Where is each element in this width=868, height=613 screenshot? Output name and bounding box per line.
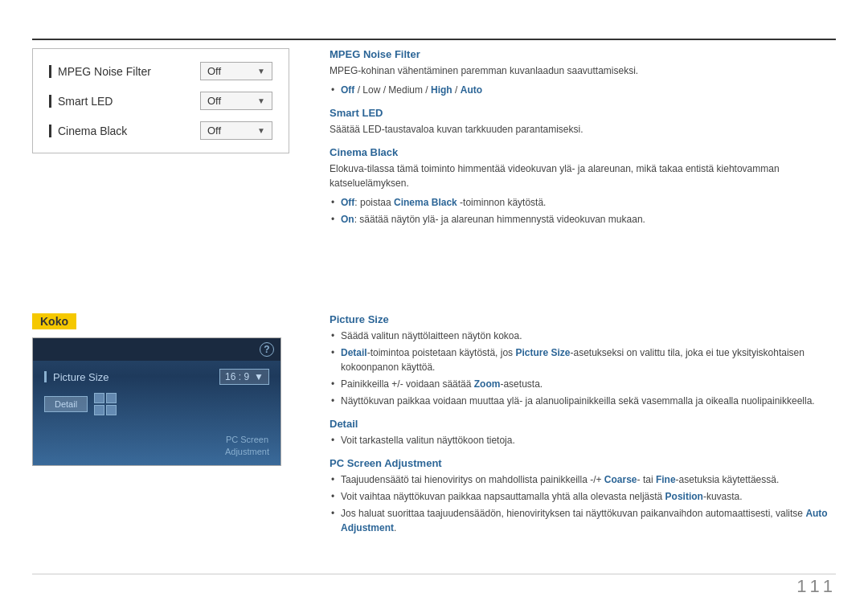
koko-badge: Koko xyxy=(32,313,76,329)
picture-size-row: Picture Size 16 : 9 ▼ xyxy=(44,369,269,385)
picture-size-select[interactable]: 16 : 9 ▼ xyxy=(219,369,269,385)
dropdown-arrow: ▼ xyxy=(257,67,265,76)
right-bottom-panel: Picture Size Säädä valitun näyttölaittee… xyxy=(330,313,836,545)
bottom-divider xyxy=(32,574,836,574)
pc-bullet-1: Taajuudensäätö tai hienoviritys on mahdo… xyxy=(330,472,836,487)
picture-dropdown-arrow: ▼ xyxy=(254,371,264,382)
cinema-black-row: Cinema Black Off ▼ xyxy=(49,121,272,140)
picture-size-section: Picture Size Säädä valitun näyttölaittee… xyxy=(330,313,836,408)
smart-led-title: Smart LED xyxy=(330,107,836,119)
pc-screen-text: PC ScreenAdjustment xyxy=(225,434,269,457)
picture-box-top-bar: ? xyxy=(33,338,280,361)
pc-screen-bullets: Taajuudensäätö tai hienoviritys on mahdo… xyxy=(330,472,836,535)
mpeg-select[interactable]: Off ▼ xyxy=(200,62,272,80)
picture-box: ? Picture Size 16 : 9 ▼ Detail PC Screen… xyxy=(32,337,281,466)
pc-bullet-3: Jos haluat suorittaa taajuudensäädön, hi… xyxy=(330,506,836,535)
pc-screen-title: PC Screen Adjustment xyxy=(330,457,836,469)
picture-inner: Picture Size 16 : 9 ▼ Detail xyxy=(33,361,280,423)
cinema-black-bullets: Off: poistaa Cinema Black -toiminnon käy… xyxy=(330,195,836,227)
koko-section: Koko ? Picture Size 16 : 9 ▼ Detail PC S… xyxy=(32,313,289,466)
bar-indicator-2 xyxy=(49,95,51,108)
cinema-black-bullet-1: Off: poistaa Cinema Black -toiminnon käy… xyxy=(330,195,836,210)
smart-led-row: Smart LED Off ▼ xyxy=(49,92,272,110)
ps-bullet-1: Säädä valitun näyttölaitteen näytön koko… xyxy=(330,329,836,343)
picture-bar xyxy=(44,371,47,382)
mpeg-label: MPEG Noise Filter xyxy=(49,65,200,78)
mpeg-bullet-1: Off / Low / Medium / High / Auto xyxy=(330,83,836,97)
ps-bullet-4: Näyttökuvan paikkaa voidaan muuttaa ylä-… xyxy=(330,394,836,408)
cinema-black-select[interactable]: Off ▼ xyxy=(200,121,272,140)
page-number: 111 xyxy=(796,576,836,597)
ps-bullet-2: Detail-toimintoa poistetaan käytöstä, jo… xyxy=(330,345,836,374)
mpeg-section: MPEG Noise Filter MPEG-kohinan vähentämi… xyxy=(330,48,836,97)
dropdown-arrow-3: ▼ xyxy=(257,126,265,135)
mpeg-row: MPEG Noise Filter Off ▼ xyxy=(49,62,272,80)
picture-size-title: Picture Size xyxy=(330,313,836,325)
cinema-black-bullet-2: On: säätää näytön ylä- ja alareunan himm… xyxy=(330,212,836,227)
smart-led-section: Smart LED Säätää LED-taustavaloa kuvan t… xyxy=(330,107,836,137)
picture-size-label: Picture Size xyxy=(53,371,219,383)
detail-bullet-1: Voit tarkastella valitun näyttökoon tiet… xyxy=(330,433,836,447)
cinema-black-text: Elokuva-tilassa tämä toiminto himmentää … xyxy=(330,161,836,190)
settings-box: MPEG Noise Filter Off ▼ Smart LED Off ▼ … xyxy=(32,48,289,153)
detail-title: Detail xyxy=(330,418,836,430)
mpeg-text: MPEG-kohinan vähentäminen paremman kuvan… xyxy=(330,63,836,78)
smart-led-label: Smart LED xyxy=(49,95,200,108)
picture-buttons: Detail xyxy=(44,393,269,415)
dropdown-arrow-2: ▼ xyxy=(257,96,265,105)
cinema-black-title: Cinema Black xyxy=(330,146,836,158)
detail-section: Detail Voit tarkastella valitun näyttöko… xyxy=(330,418,836,447)
question-mark-icon[interactable]: ? xyxy=(260,342,274,357)
detail-button[interactable]: Detail xyxy=(44,396,88,412)
pc-bullet-2: Voit vaihtaa näyttökuvan paikkaa napsaut… xyxy=(330,489,836,504)
smart-led-text: Säätää LED-taustavaloa kuvan tarkkuuden … xyxy=(330,122,836,137)
detail-bullets: Voit tarkastella valitun näyttökoon tiet… xyxy=(330,433,836,447)
bar-indicator xyxy=(49,65,51,78)
grid-icon xyxy=(94,393,117,415)
top-divider xyxy=(32,39,836,40)
right-top-panel: MPEG Noise Filter MPEG-kohinan vähentämi… xyxy=(330,48,836,236)
picture-size-bullets: Säädä valitun näyttölaitteen näytön koko… xyxy=(330,329,836,408)
settings-panel: MPEG Noise Filter Off ▼ Smart LED Off ▼ … xyxy=(32,48,289,166)
pc-screen-section: PC Screen Adjustment Taajuudensäätö tai … xyxy=(330,457,836,535)
cinema-black-section: Cinema Black Elokuva-tilassa tämä toimin… xyxy=(330,146,836,227)
mpeg-title: MPEG Noise Filter xyxy=(330,48,836,60)
cinema-black-label: Cinema Black xyxy=(49,125,200,137)
smart-led-select[interactable]: Off ▼ xyxy=(200,92,272,110)
ps-bullet-3: Painikkeilla +/- voidaan säätää Zoom-ase… xyxy=(330,377,836,391)
bar-indicator-3 xyxy=(49,125,51,137)
mpeg-bullets: Off / Low / Medium / High / Auto xyxy=(330,83,836,97)
